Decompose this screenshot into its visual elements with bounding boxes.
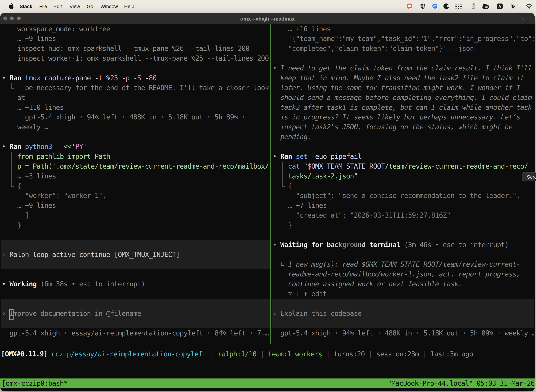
terminal-text-segment: -euo pipefail	[311, 152, 362, 161]
terminal-text-segment: Waiting for background terminal	[280, 240, 400, 250]
terminal-text-segment: ↳	[280, 259, 284, 269]
terminal-text-segment: Working	[10, 279, 37, 289]
terminal-text-segment: "created_at": "2026-03-31T11:59:27.816Z"	[296, 210, 450, 220]
tmux-session-name: [omx-cczip0:bash*	[2, 378, 67, 388]
terminal-text-segment: t	[98, 73, 102, 83]
terminal-text-segment: readme-and-reco/mailbox/worker-1.json, a…	[288, 269, 520, 279]
terminal-text-segment: (3m 46s • esc to interrupt)	[404, 240, 509, 250]
tree-line	[11, 152, 12, 187]
omx-status-segment: cczip/essay/ai-reimplementation-copyleft	[51, 350, 206, 358]
terminal-text-segment: cat	[288, 161, 300, 171]
terminal-text-segment: at	[17, 93, 25, 103]
terminal-text-segment: inspect_hud: omx sparkshell --tmux-pane …	[17, 44, 249, 53]
terminal-text-segment: •	[273, 63, 277, 73]
terminal-text-segment: keep that in mind. Maybe I also need the…	[280, 73, 524, 83]
terminal-text-segment: 80	[149, 73, 157, 83]
menu-item-edit[interactable]: Edit	[53, 0, 62, 13]
menu-item-view[interactable]: View	[69, 0, 80, 13]
screen-recording-icon[interactable]	[407, 3, 412, 11]
terminal-text-segment: •	[2, 142, 6, 152]
terminal-text-segment: ›	[2, 308, 6, 318]
terminal-text-segment: "subject": "send a concise recommendatio…	[296, 191, 520, 201]
terminal-text-segment: from pathlib import Path	[17, 152, 110, 161]
terminal-text-segment: … +9 lines	[17, 201, 56, 210]
terminal-text-segment: ]	[25, 210, 29, 220]
terminal-text-segment: -	[95, 73, 98, 83]
menu-item-file[interactable]: File	[39, 0, 47, 13]
omx-status-segment: |	[419, 350, 431, 358]
seahorse-icon[interactable]	[470, 3, 476, 10]
terminal-text-segment: ›	[273, 308, 277, 318]
terminal-text-segment: gpt-5.4 xhigh · essay/ai-reimplementatio…	[10, 328, 269, 338]
terminal-text-segment: Improve documentation in @filename	[10, 308, 141, 318]
omx-status-segment: [OMX#0.11.9]	[1, 350, 48, 358]
menu-bar: Slack File Edit View Go Window Help ..61…	[0, 0, 536, 13]
tmux-pane-border-horizontal	[0, 344, 535, 344]
terminal-text-segment: workspace_mode: worktree	[17, 24, 110, 34]
dot-grid-icon[interactable]	[455, 4, 462, 10]
apple-menu-icon[interactable]	[9, 3, 14, 10]
terminal-text-segment: /team/review-current-readme-and-reco/	[385, 161, 528, 171]
black-circle-icon[interactable]	[443, 3, 449, 10]
terminal-text-segment: is in progress? It seems likely but perh…	[280, 112, 520, 122]
terminal-text-segment: ⌥ + ↑ edit	[288, 289, 327, 299]
terminal-text-segment: OMX_TEAM_STATE_ROOT	[311, 161, 385, 171]
terminal-content[interactable]: workspace_mode: worktree… +9 linesinspec…	[0, 13, 535, 391]
wifi-icon[interactable]	[526, 4, 532, 9]
terminal-text-segment: … +16 lines	[288, 24, 330, 34]
terminal-cursor	[9, 309, 14, 320]
cloud-badge-icon[interactable]: ..61	[482, 4, 489, 10]
terminal-text-segment: p	[125, 73, 129, 83]
terminal-text-segment: should send a message before completing …	[280, 93, 532, 103]
terminal-text-segment: Ran	[10, 73, 21, 83]
omx-status-segment: |	[206, 350, 218, 358]
terminal-text-segment: -	[56, 142, 60, 152]
terminal-text-segment: Ran	[10, 142, 21, 152]
menu-item-window[interactable]: Window	[100, 0, 118, 13]
terminal-text-segment: 25	[110, 73, 118, 83]
tmux-host-clock: "MacBook-Pro-44.local" 05:03 31-Mar-26	[388, 378, 535, 388]
terminal-text-segment: ›	[2, 250, 6, 260]
tmux-status-bar: [omx-cczip0:bash*"MacBook-Pro-44.local" …	[0, 378, 535, 388]
terminal-text-segment: "worker": "worker-1",	[25, 191, 106, 201]
terminal-text-segment: -	[122, 73, 125, 83]
terminal-text-segment: p = Path('.omx/state/team/review-current…	[17, 161, 269, 171]
terminal-text-segment: "completed","claim_token":"claim-token"}…	[288, 44, 474, 53]
terminal-text-segment: }	[288, 220, 292, 230]
terminal-text-segment: $	[307, 161, 311, 171]
terminal-text-segment: {	[288, 181, 292, 191]
omx-status-line: [OMX#0.11.9] cczip/essay/ai-reimplementa…	[1, 349, 473, 359]
omx-status-segment: session:23m	[376, 350, 419, 358]
omx-status-segment: ralph:1/10	[218, 350, 256, 358]
blue-activity-icon[interactable]	[432, 4, 438, 10]
terminal-text-segment: pending.	[280, 132, 311, 142]
tree-corner	[11, 186, 14, 187]
terminal-text-segment: continue assigned work or next feasible …	[288, 279, 462, 289]
terminal-text-segment: Explain this codebase	[280, 308, 362, 318]
terminal-text-segment: … +3 lines	[17, 171, 56, 181]
menu-item-go[interactable]: Go	[87, 0, 93, 13]
tree-line	[282, 162, 282, 187]
terminal-text-segment: %	[106, 73, 110, 83]
terminal-text-segment: gpt-5.4 xhigh · 94% left · 488K in · 5.1…	[280, 328, 535, 338]
input-source-icon[interactable]: A	[497, 4, 502, 10]
tree-corner	[282, 186, 285, 187]
battery-icon[interactable]	[511, 4, 520, 9]
terminal-text-segment: 1 new msg(s): read $OMX_TEAM_STATE_ROOT/…	[288, 259, 520, 269]
menu-item-help[interactable]: Help	[124, 0, 134, 13]
terminal-text-segment: PY	[75, 142, 83, 152]
terminal-text-segment: "	[304, 161, 307, 171]
shield-grid-icon[interactable]	[420, 3, 425, 10]
screen-sharing-button[interactable]: Screen	[522, 173, 536, 182]
terminal-text-segment: •	[2, 279, 6, 289]
omx-status-segment: |	[322, 350, 334, 358]
menu-app-name[interactable]: Slack	[19, 0, 32, 13]
terminal-text-segment: inspect_worker-1: omx sparkshell --tmux-…	[17, 53, 269, 63]
terminal-text-segment: •	[2, 73, 6, 83]
terminal-text-segment: I need to get the claim token from the c…	[280, 63, 532, 73]
terminal-text-segment: task2 after task1 is complete, but can I…	[280, 103, 532, 112]
omx-status-segment	[48, 350, 51, 358]
omx-status-segment: turns:20	[334, 350, 365, 358]
terminal-text-segment: S	[137, 73, 141, 83]
terminal-text-segment: python3	[25, 142, 52, 152]
